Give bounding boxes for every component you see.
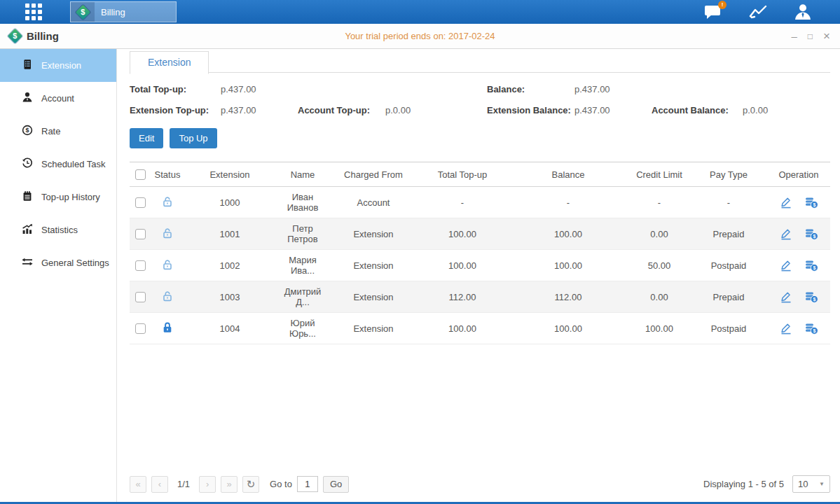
edit-pencil-icon[interactable] — [780, 197, 792, 209]
edit-pencil-icon[interactable] — [780, 323, 792, 335]
topup-coins-icon[interactable]: $ — [805, 291, 818, 303]
window-title: Billing — [27, 30, 59, 42]
bar-chart-icon — [22, 223, 33, 237]
credit-limit-cell: 0.00 — [628, 218, 690, 250]
select-all-checkbox[interactable] — [135, 169, 146, 180]
table-header-row: Status Extension Name Charged From Total… — [130, 162, 830, 187]
go-button[interactable]: Go — [323, 476, 349, 493]
total-topup-cell: - — [417, 187, 508, 218]
pay-type-cell: Prepaid — [690, 281, 767, 313]
extension-cell: 1002 — [184, 250, 275, 281]
user-icon[interactable] — [794, 4, 812, 20]
col-credit-limit: Credit Limit — [628, 162, 690, 187]
edit-button[interactable]: Edit — [130, 128, 163, 148]
table-row: 1000Иван ИвановAccount----$ — [130, 187, 830, 218]
topup-coins-icon[interactable]: $ — [805, 197, 818, 209]
maximize-button[interactable]: □ — [808, 32, 813, 41]
charged-from-cell: Extension — [330, 313, 417, 344]
charged-from-cell: Extension — [330, 218, 417, 250]
goto-page-input[interactable] — [297, 476, 318, 492]
account-topup-label: Account Top-up: — [298, 105, 385, 115]
row-checkbox[interactable] — [135, 292, 146, 302]
total-topup-label: Total Top-up: — [130, 84, 221, 94]
table-row: 1002Мария Ива...Extension100.00100.0050.… — [130, 250, 830, 281]
status-cell — [151, 187, 184, 218]
extension-cell: 1004 — [184, 313, 275, 344]
minimize-button[interactable]: – — [791, 31, 797, 41]
clock-icon — [22, 158, 33, 171]
first-page-button[interactable]: « — [130, 476, 146, 493]
topup-coins-icon[interactable]: $ — [805, 323, 818, 335]
extension-topup-value: p.437.00 — [221, 105, 298, 115]
lock-closed-icon — [162, 321, 173, 333]
svg-text:$: $ — [813, 265, 815, 271]
sidebar-item-label: Top-up History — [41, 192, 100, 202]
table-body: 1000Иван ИвановAccount----$1001Петр Петр… — [130, 187, 830, 344]
sidebar-item-account[interactable]: Account — [0, 82, 116, 115]
next-page-button[interactable]: › — [199, 476, 216, 493]
table-row: 1004Юрий Юрь...Extension100.00100.00100.… — [130, 313, 830, 344]
charged-from-cell: Account — [330, 187, 417, 218]
lock-open-icon — [162, 195, 173, 207]
name-cell: Дмитрий Д... — [275, 281, 330, 313]
tab-extension[interactable]: Extension — [130, 51, 209, 74]
extension-balance-value: p.437.00 — [574, 105, 652, 115]
last-page-button[interactable]: » — [221, 476, 237, 493]
close-button[interactable]: × — [823, 30, 830, 42]
balance-cell: 100.00 — [508, 250, 628, 281]
goto-label: Go to — [270, 479, 292, 489]
table-row: 1003Дмитрий Д...Extension112.00112.000.0… — [130, 281, 830, 313]
credit-limit-cell: 100.00 — [628, 313, 690, 344]
sidebar-item-label: Account — [41, 93, 74, 104]
name-cell: Юрий Юрь... — [275, 313, 330, 344]
page-size-value: 10 — [798, 479, 808, 489]
notepad-icon — [22, 190, 33, 204]
sidebar-item-label: Scheduled Task — [41, 159, 106, 169]
row-checkbox[interactable] — [135, 229, 146, 239]
topup-coins-icon[interactable]: $ — [805, 228, 818, 240]
apps-grid-icon[interactable] — [25, 4, 42, 20]
window-titlebar: $ Billing Your trial period ends on: 201… — [0, 24, 840, 49]
credit-limit-cell: 50.00 — [628, 250, 690, 281]
refresh-icon[interactable]: ↻ — [242, 476, 259, 493]
status-cell — [151, 218, 184, 250]
taskbar-tab-label: Billing — [101, 7, 125, 18]
row-checkbox[interactable] — [135, 197, 146, 208]
col-name: Name — [275, 162, 330, 187]
statistics-chart-icon[interactable] — [749, 4, 767, 20]
total-topup-cell: 100.00 — [417, 313, 508, 344]
col-extension: Extension — [184, 162, 275, 187]
pagination-bar: « ‹ 1/1 › » ↻ Go to Go Displaying 1 - 5 … — [130, 468, 830, 502]
prev-page-button[interactable]: ‹ — [151, 476, 168, 493]
edit-pencil-icon[interactable] — [780, 260, 792, 272]
sidebar-item-scheduled-task[interactable]: Scheduled Task — [0, 148, 116, 181]
sidebar: Extension Account $ Rate — [0, 49, 117, 502]
total-topup-cell: 100.00 — [417, 218, 508, 250]
lock-open-icon — [162, 227, 173, 239]
taskbar-status-icons: ! — [704, 0, 812, 24]
total-topup-cell: 112.00 — [417, 281, 508, 313]
messages-icon[interactable]: ! — [704, 4, 722, 20]
sidebar-item-label: Extension — [41, 60, 81, 71]
operation-cell: $ — [769, 323, 829, 335]
sidebar-item-rate[interactable]: $ Rate — [0, 115, 116, 148]
edit-pencil-icon[interactable] — [780, 228, 792, 240]
sidebar-item-extension[interactable]: Extension — [0, 49, 116, 82]
row-checkbox[interactable] — [135, 323, 146, 334]
balance-cell: - — [508, 187, 628, 218]
taskbar-billing-tab[interactable]: $ Billing — [70, 1, 177, 22]
page-size-select[interactable]: 10 ▼ — [792, 475, 830, 493]
sidebar-item-statistics[interactable]: Statistics — [0, 214, 116, 246]
transfer-arrows-icon — [22, 256, 33, 270]
topup-coins-icon[interactable]: $ — [805, 260, 818, 272]
operation-cell: $ — [769, 197, 829, 209]
edit-pencil-icon[interactable] — [780, 291, 792, 303]
col-status: Status — [151, 162, 184, 187]
displaying-text: Displaying 1 - 5 of 5 — [703, 479, 784, 489]
taskbar: $ Billing ! — [0, 0, 840, 24]
sidebar-item-general-settings[interactable]: General Settings — [0, 246, 116, 279]
sidebar-item-topup-history[interactable]: Top-up History — [0, 181, 116, 214]
pay-type-cell: Postpaid — [690, 313, 767, 344]
top-up-button[interactable]: Top Up — [170, 128, 216, 148]
row-checkbox[interactable] — [135, 260, 146, 271]
